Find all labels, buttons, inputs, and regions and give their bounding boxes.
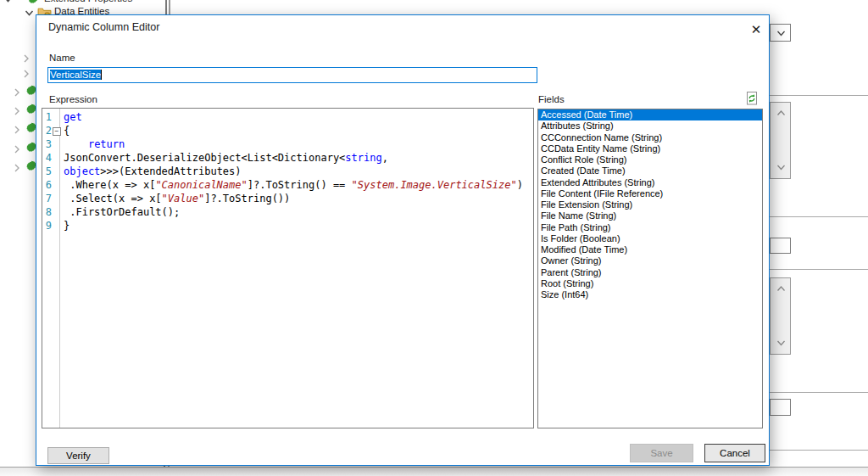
- expression-editor[interactable]: 1get2−{3 return4JsonConvert.DeserializeO…: [42, 108, 534, 428]
- cancel-button[interactable]: Cancel: [704, 444, 765, 462]
- divider: [770, 392, 868, 393]
- field-list-item[interactable]: Modified (Date Time): [538, 244, 762, 255]
- background-band: [0, 468, 868, 476]
- chevron-down-icon[interactable]: [25, 8, 34, 18]
- text-field[interactable]: [770, 399, 791, 416]
- code-line: 5object>>>(ExtendedAttributes): [42, 165, 533, 178]
- code-line: 6 .Where(x => x["CanonicalName"]?.ToStri…: [42, 178, 533, 192]
- tree-item-label[interactable]: Extended Properties: [44, 0, 132, 3]
- dialog-title: Dynamic Column Editor: [48, 21, 159, 33]
- chevron-right-icon[interactable]: [13, 164, 21, 172]
- field-list-item[interactable]: Extended Attributes (String): [538, 177, 762, 188]
- code-line: 7 .Select(x => x["Value"]?.ToString()): [42, 192, 533, 205]
- code-line: 8 .FirstOrDefault();: [42, 205, 533, 219]
- combobox-dropdown-button[interactable]: [770, 24, 791, 42]
- field-list-item[interactable]: File Name (String): [538, 210, 762, 221]
- chevron-right-icon[interactable]: [13, 88, 21, 97]
- field-list-item[interactable]: CCData Entity Name (String): [538, 143, 762, 154]
- code-line: 4JsonConvert.DeserializeObject<List<Dict…: [42, 151, 533, 165]
- chevron-up-icon[interactable]: [776, 285, 786, 293]
- chevron-right-icon[interactable]: [13, 107, 21, 115]
- verify-button[interactable]: Verify: [47, 447, 109, 464]
- refresh-icon: [744, 91, 760, 106]
- splitter[interactable]: [165, 0, 167, 14]
- tree-collapsed-row[interactable]: [22, 70, 31, 78]
- code-line: 9}: [42, 219, 533, 232]
- scrollbar[interactable]: [770, 102, 791, 179]
- field-list-item[interactable]: Created (Date Time): [538, 165, 762, 176]
- divider: [770, 216, 868, 217]
- text-field[interactable]: [770, 238, 791, 254]
- field-list-item[interactable]: Root (String): [538, 278, 762, 289]
- field-list-item[interactable]: File Path (String): [538, 222, 762, 233]
- field-list-item[interactable]: Attributes (String): [538, 120, 762, 132]
- name-value: VerticalSize: [50, 70, 101, 80]
- name-label: Name: [49, 53, 75, 63]
- chevron-up-icon[interactable]: [776, 109, 786, 117]
- expression-label: Expression: [49, 94, 97, 104]
- field-list-item[interactable]: File Extension (String): [538, 199, 762, 210]
- divider: [770, 269, 868, 270]
- save-button[interactable]: Save: [630, 444, 693, 462]
- scrollbar[interactable]: [770, 277, 791, 355]
- field-list-item[interactable]: Is Folder (Boolean): [538, 233, 762, 244]
- fold-collapse-icon[interactable]: −: [53, 127, 61, 136]
- field-list-item[interactable]: Accessed (Date Time): [538, 109, 762, 120]
- tree-collapsed-row[interactable]: [22, 54, 31, 63]
- field-list-item[interactable]: Conflict Role (String): [538, 154, 762, 165]
- chevron-down-icon[interactable]: [776, 339, 786, 347]
- chevron-down-icon: [776, 30, 786, 37]
- fields-listbox[interactable]: Accessed (Date Time)Attributes (String)C…: [537, 109, 763, 428]
- chevron-down-icon[interactable]: [3, 0, 13, 4]
- divider: [770, 95, 868, 96]
- divider: [770, 450, 868, 451]
- splitter[interactable]: [169, 0, 170, 14]
- code-line: 3 return: [42, 137, 533, 151]
- text-caret: [101, 70, 102, 80]
- field-list-item[interactable]: CCConnection Name (String): [538, 132, 762, 143]
- chevron-right-icon[interactable]: [13, 126, 21, 134]
- field-list-item[interactable]: Owner (String): [538, 255, 762, 266]
- close-icon[interactable]: ✕: [747, 20, 765, 39]
- fields-label: Fields: [538, 94, 565, 104]
- chevron-right-icon[interactable]: [13, 145, 21, 154]
- name-input[interactable]: VerticalSize: [47, 67, 537, 83]
- field-list-item[interactable]: Size (Int64): [538, 289, 762, 300]
- field-list-item[interactable]: File Content (IFile Reference): [538, 188, 762, 199]
- chevron-down-icon[interactable]: [776, 164, 786, 171]
- code-line: 2−{: [42, 124, 533, 137]
- refresh-fields-button[interactable]: [744, 91, 760, 106]
- dynamic-column-editor-dialog: Dynamic Column Editor ✕ Name VerticalSiz…: [36, 14, 770, 466]
- code-line: 1get: [42, 110, 533, 124]
- field-list-item[interactable]: Parent (String): [538, 267, 762, 278]
- code-editor-lines: 1get2−{3 return4JsonConvert.DeserializeO…: [42, 110, 533, 232]
